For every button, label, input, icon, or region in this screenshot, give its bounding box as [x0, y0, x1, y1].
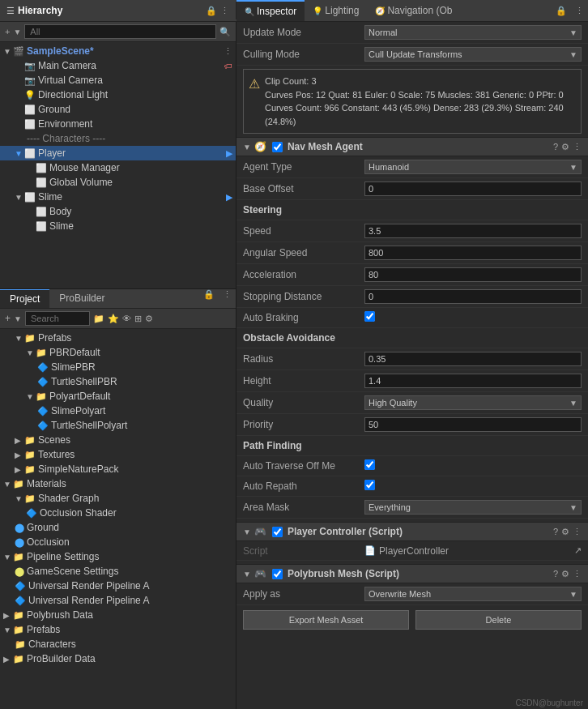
project-item-materials[interactable]: ▼ 📁 Materials — [0, 476, 236, 491]
tab-inspector[interactable]: 🔍 Inspector — [236, 0, 305, 21]
project-item-prefabs[interactable]: ▼ 📁 Prefabs — [0, 331, 236, 345]
angular-speed-input[interactable] — [364, 246, 582, 260]
pc-enabled-check[interactable] — [272, 527, 283, 537]
hierarchy-lock-icon[interactable]: 🔒 — [206, 6, 217, 16]
hierarchy-item-body[interactable]: ⬜ Body — [0, 204, 236, 219]
project-add-btn[interactable]: + — [5, 313, 11, 324]
polybrush-mesh-header[interactable]: ▼ 🎮 Polybrush Mesh (Script) ? ⚙ ⋮ — [236, 564, 588, 583]
project-item-turtleshellpolyart[interactable]: 🔷 TurtleShellPolyart — [0, 418, 236, 433]
tab-probuilder[interactable]: ProBuilder — [49, 289, 114, 308]
project-item-textures[interactable]: ▶ 📁 Textures — [0, 447, 236, 462]
top-tab-bar[interactable]: ☰ Hierarchy 🔒 ⋮ 🔍 Inspector 💡 Lighting 🧭… — [0, 0, 588, 22]
project-eye-icon[interactable]: 👁 — [122, 314, 131, 323]
speed-input[interactable] — [364, 224, 582, 238]
culling-mode-dropdown[interactable]: Cull Update Transforms ▼ — [364, 47, 582, 62]
auto-repath-check[interactable] — [364, 480, 375, 490]
project-item-scenes[interactable]: ▶ 📁 Scenes — [0, 433, 236, 447]
hierarchy-item-player[interactable]: ▼ ⬜ Player ▶ — [0, 146, 236, 160]
tab-project[interactable]: Project — [0, 289, 49, 308]
hierarchy-item-characters[interactable]: ---- Characters ---- — [0, 131, 236, 146]
apply-as-dropdown[interactable]: Overwrite Mesh ▼ — [364, 587, 582, 601]
tab-navigation[interactable]: 🧭 Navigation (Ob — [367, 1, 460, 20]
project-star-icon[interactable]: ⭐ — [108, 314, 119, 324]
hierarchy-item-slime[interactable]: ▼ ⬜ Slime ▶ — [0, 190, 236, 204]
inspector-lock-btn[interactable]: 🔒 — [552, 6, 571, 16]
project-item-slimepolyart[interactable]: 🔷 SlimePolyart — [0, 404, 236, 418]
project-item-pipeline-settings[interactable]: ▼ 📁 Pipeline Settings — [0, 549, 236, 564]
priority-input[interactable] — [364, 417, 582, 432]
pm-help-btn[interactable]: ? — [553, 569, 558, 579]
auto-braking-check[interactable] — [364, 311, 375, 322]
hierarchy-item-ground[interactable]: ⬜ Ground — [0, 102, 236, 117]
nav-mesh-settings-btn[interactable]: ⚙ — [561, 142, 569, 152]
project-item-ground-mat[interactable]: ⬤ Ground — [0, 520, 236, 535]
hierarchy-item-environment[interactable]: ⬜ Environment — [0, 117, 236, 131]
pm-enabled-check[interactable] — [272, 569, 283, 579]
nav-mesh-agent-header[interactable]: ▼ 🧭 Nav Mesh Agent ? ⚙ ⋮ — [236, 137, 588, 156]
update-mode-value[interactable]: Normal ▼ — [364, 25, 582, 40]
acceleration-input[interactable] — [364, 267, 582, 282]
pc-settings-btn[interactable]: ⚙ — [561, 527, 569, 537]
project-item-occlusion-mat[interactable]: ⬤ Occlusion — [0, 535, 236, 549]
quality-dropdown[interactable]: High Quality ▼ — [364, 395, 582, 410]
project-folder-icon[interactable]: 📁 — [93, 314, 104, 324]
project-item-slimepbr[interactable]: 🔷 SlimePBR — [0, 360, 236, 374]
tab-lighting[interactable]: 💡 Lighting — [305, 1, 367, 20]
hierarchy-item-slime-child[interactable]: ⬜ Slime — [0, 219, 236, 233]
project-item-turtleshellpbr[interactable]: 🔷 TurtleShellPBR — [0, 374, 236, 389]
project-item-probuilder-data[interactable]: ▶ 📁 ProBuilder Data — [0, 651, 236, 666]
project-item-urp-b[interactable]: 🔷 Universal Render Pipeline A — [0, 593, 236, 608]
project-settings-icon[interactable]: ⚙ — [145, 314, 153, 324]
base-offset-input[interactable] — [364, 182, 582, 196]
project-item-pbrdefault[interactable]: ▼ 📁 PBRDefault — [0, 345, 236, 360]
area-mask-dropdown[interactable]: Everything ▼ — [364, 500, 582, 515]
nav-mesh-help-btn[interactable]: ? — [553, 142, 558, 152]
hierarchy-search-input[interactable] — [24, 24, 216, 39]
project-more-btn[interactable]: ⋮ — [219, 289, 236, 308]
hierarchy-add-btn[interactable]: + — [5, 27, 10, 36]
update-mode-dropdown[interactable]: Normal ▼ — [364, 25, 582, 40]
project-item-characters-prefab[interactable]: 📁 Characters — [0, 637, 236, 651]
hierarchy-scene-root[interactable]: ▼ 🎬 SampleScene* ⋮ — [0, 44, 236, 58]
hierarchy-item-directional-light[interactable]: 💡 Directional Light — [0, 88, 236, 102]
nav-mesh-enabled-check[interactable] — [272, 142, 283, 152]
project-grid-icon[interactable]: ⊞ — [134, 314, 142, 324]
radius-input[interactable] — [364, 352, 582, 366]
project-lock-btn[interactable]: 🔒 — [199, 289, 219, 308]
export-mesh-btn[interactable]: Export Mesh Asset — [243, 610, 409, 630]
project-item-prefabs2[interactable]: ▼ 📁 Prefabs — [0, 622, 236, 637]
project-item-shader-graph[interactable]: ▼ 📁 Shader Graph — [0, 491, 236, 506]
pc-more-btn[interactable]: ⋮ — [573, 527, 582, 537]
project-item-simplenaturepack[interactable]: ▶ 📁 SimpleNaturePack — [0, 462, 236, 476]
project-dropdown-btn[interactable]: ▼ — [14, 314, 22, 323]
agent-type-dropdown[interactable]: Humanoid ▼ — [364, 160, 582, 174]
project-item-occlusion-shader[interactable]: 🔷 Occlusion Shader — [0, 506, 236, 520]
project-search-input[interactable] — [25, 311, 90, 326]
hierarchy-search-icon[interactable]: 🔍 — [219, 27, 231, 37]
project-item-urp-a[interactable]: 🔷 Universal Render Pipeline A — [0, 579, 236, 593]
project-item-gamescene-settings[interactable]: ⬤ GameScene Settings — [0, 564, 236, 579]
culling-mode-value[interactable]: Cull Update Transforms ▼ — [364, 47, 582, 62]
pc-help-btn[interactable]: ? — [553, 527, 558, 537]
hierarchy-item-mouse-manager[interactable]: ⬜ Mouse Manager — [0, 160, 236, 175]
pm-more-btn[interactable]: ⋮ — [573, 569, 582, 579]
project-item-polyartdefault[interactable]: ▼ 📁 PolyartDefault — [0, 389, 236, 404]
pm-settings-btn[interactable]: ⚙ — [561, 569, 569, 579]
hierarchy-item-virtual-camera[interactable]: 📷 Virtual Camera — [0, 73, 236, 88]
script-open-btn[interactable]: ↗ — [574, 545, 582, 556]
height-input[interactable] — [364, 374, 582, 388]
inspector-more-btn[interactable]: ⋮ — [571, 6, 588, 16]
hierarchy-item-global-volume[interactable]: ⬜ Global Volume — [0, 175, 236, 190]
nav-mesh-more-btn[interactable]: ⋮ — [573, 142, 582, 152]
player-controller-header[interactable]: ▼ 🎮 Player Controller (Script) ? ⚙ ⋮ — [236, 522, 588, 541]
project-item-polybrush-data[interactable]: ▶ 📁 Polybrush Data — [0, 608, 236, 622]
auto-traverse-check[interactable] — [364, 459, 375, 470]
stopping-distance-input[interactable] — [364, 289, 582, 304]
hierarchy-item-main-camera[interactable]: 📷 Main Camera 🏷 — [0, 58, 236, 73]
scene-more-btn[interactable]: ⋮ — [224, 46, 232, 57]
delete-btn[interactable]: Delete — [415, 610, 582, 630]
slime-expand-btn[interactable]: ▶ — [226, 192, 232, 203]
hierarchy-dropdown-btn[interactable]: ▼ — [13, 28, 21, 36]
hierarchy-more-icon[interactable]: ⋮ — [220, 6, 229, 16]
player-expand-btn[interactable]: ▶ — [226, 148, 232, 159]
